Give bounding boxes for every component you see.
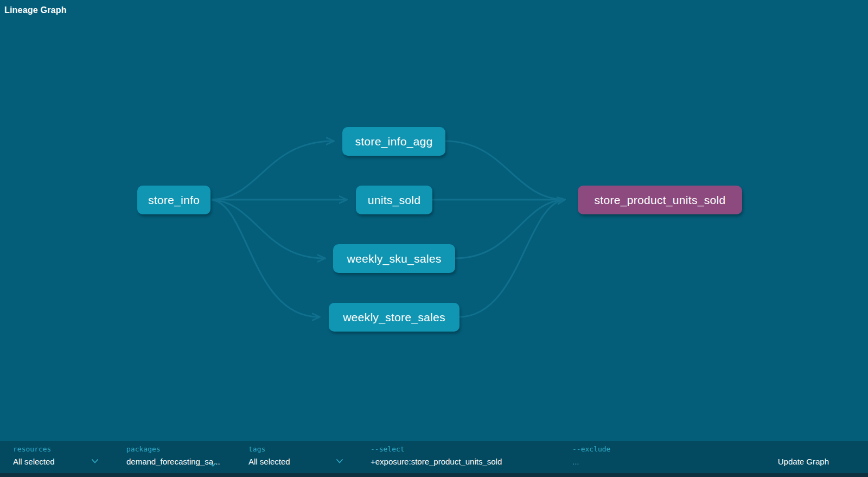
exclude-input[interactable]: ... xyxy=(572,457,579,466)
select-label: --select xyxy=(371,445,405,453)
filter-exclude: --exclude ... xyxy=(572,441,681,473)
graph-node-weekly_sku_sales[interactable]: weekly_sku_sales xyxy=(333,244,455,273)
resources-dropdown[interactable]: All selected xyxy=(13,457,55,466)
filter-tags: tags All selected xyxy=(248,441,357,473)
edge-store_info-store_info_agg xyxy=(212,141,333,200)
exclude-label: --exclude xyxy=(572,445,610,453)
edge-weekly_store_sales-store_product_units_sold xyxy=(459,200,564,317)
lineage-edges xyxy=(0,0,868,441)
select-input[interactable]: +exposure:store_product_units_sold xyxy=(371,457,502,466)
edge-store_info-weekly_sku_sales xyxy=(212,200,324,258)
tags-dropdown[interactable]: All selected xyxy=(248,457,290,466)
packages-label: packages xyxy=(126,445,161,453)
bottom-strip xyxy=(0,473,868,477)
packages-dropdown[interactable]: demand_forecasting_sa... xyxy=(126,457,220,466)
tags-label: tags xyxy=(248,445,265,453)
filter-select: --select +exposure:store_product_units_s… xyxy=(371,441,555,473)
graph-node-weekly_store_sales[interactable]: weekly_store_sales xyxy=(329,303,459,332)
edge-store_info-weekly_store_sales xyxy=(212,200,319,317)
graph-node-store_product_units_sold[interactable]: store_product_units_sold xyxy=(578,186,742,214)
lineage-canvas[interactable]: Lineage Graph store_info store_info_agg … xyxy=(0,0,868,441)
chevron-down-icon[interactable] xyxy=(336,459,343,463)
graph-filter-toolbar: resources All selected packages demand_f… xyxy=(0,441,868,473)
graph-node-store_info_agg[interactable]: store_info_agg xyxy=(342,127,445,156)
graph-node-store_info[interactable]: store_info xyxy=(137,186,210,214)
graph-node-units_sold[interactable]: units_sold xyxy=(356,186,432,214)
filter-packages: packages demand_forecasting_sa... xyxy=(126,441,240,473)
edge-weekly_sku_sales-store_product_units_sold xyxy=(455,200,564,258)
update-graph-button[interactable]: Update Graph xyxy=(778,457,829,466)
filter-resources: resources All selected xyxy=(13,441,122,473)
chevron-down-icon[interactable] xyxy=(92,459,98,463)
edge-store_info_agg-store_product_units_sold xyxy=(445,141,564,200)
chevron-down-icon[interactable] xyxy=(210,460,216,464)
resources-label: resources xyxy=(13,445,51,453)
